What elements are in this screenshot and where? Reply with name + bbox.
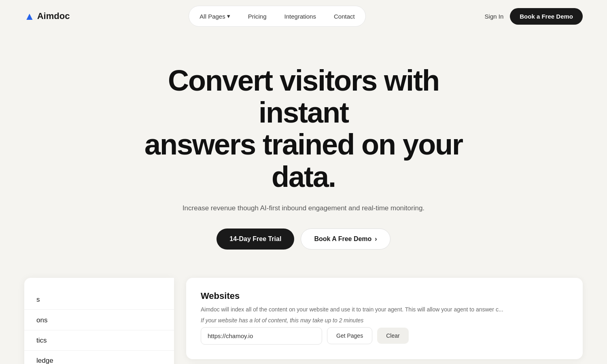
clear-button[interactable]: Clear — [377, 328, 408, 344]
logo-text: Aimdoc — [37, 11, 70, 21]
get-pages-button[interactable]: Get Pages — [327, 327, 372, 344]
nav-integrations[interactable]: Integrations — [276, 10, 324, 23]
websites-input-row: Get Pages Clear — [201, 327, 568, 345]
nav-contact[interactable]: Contact — [326, 10, 363, 23]
websites-card-description: Aimdoc will index all of the content on … — [201, 305, 568, 314]
content-panel: Websites Aimdoc will index all of the co… — [186, 278, 583, 364]
hero-cta-buttons: 14-Day Free Trial Book A Free Demo › — [8, 229, 599, 250]
chevron-right-icon: › — [375, 235, 377, 243]
bottom-section: s ons tics ledge ites Websites Aimdoc wi… — [0, 278, 607, 364]
websites-card: Websites Aimdoc will index all of the co… — [186, 278, 583, 359]
websites-card-title: Websites — [201, 291, 568, 301]
logo-icon: ▲ — [24, 10, 35, 23]
nav-center-menu: All Pages ▾ Pricing Integrations Contact — [189, 6, 365, 27]
sidebar-item-1[interactable]: ons — [24, 311, 174, 330]
url-input[interactable] — [201, 327, 322, 345]
book-demo-button[interactable]: Book a Free Demo — [510, 8, 583, 25]
chevron-down-icon: ▾ — [227, 13, 230, 20]
book-demo-hero-button[interactable]: Book A Free Demo › — [301, 229, 390, 250]
nav-all-pages[interactable]: All Pages ▾ — [191, 9, 238, 23]
navigation: ▲ Aimdoc All Pages ▾ Pricing Integration… — [0, 0, 607, 32]
nav-right: Sign In Book a Free Demo — [485, 8, 583, 25]
websites-card-hint: If your website has a lot of content, th… — [201, 316, 568, 325]
logo[interactable]: ▲ Aimdoc — [24, 10, 70, 23]
sidebar-item-2[interactable]: tics — [24, 331, 174, 351]
sidebar-item-0[interactable]: s — [24, 290, 174, 310]
hero-section: Convert visitors with instant answers tr… — [0, 32, 607, 274]
hero-subtext: Increase revenue though AI-first inbound… — [8, 204, 599, 212]
free-trial-button[interactable]: 14-Day Free Trial — [216, 229, 294, 250]
hero-headline: Convert visitors with instant answers tr… — [121, 65, 486, 193]
sign-in-link[interactable]: Sign In — [485, 13, 504, 20]
sidebar-panel: s ons tics ledge ites — [24, 278, 174, 364]
nav-pricing[interactable]: Pricing — [240, 10, 275, 23]
sidebar-item-3[interactable]: ledge — [24, 351, 174, 364]
